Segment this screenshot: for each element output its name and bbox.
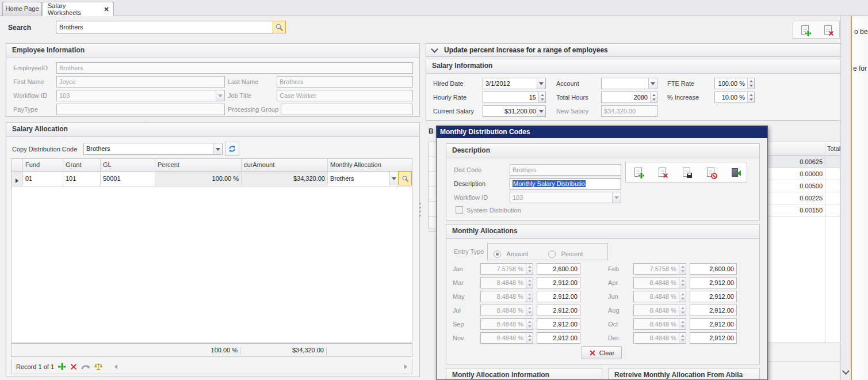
apr-amount-input[interactable]: 2,912.00 — [690, 277, 737, 288]
tab-home-page[interactable]: Home Page — [2, 2, 42, 16]
summary-percent: 100.00 % — [154, 347, 240, 355]
scroll-down-icon[interactable] — [842, 367, 850, 375]
column-header-percent[interactable]: Percent — [155, 159, 242, 172]
table-row[interactable]: 01 101 50001 100.00 % $34,320.00 Brother… — [12, 172, 412, 187]
total-hours-spinner[interactable]: 2080 — [601, 92, 657, 103]
pct-increase-label: % Increase — [667, 94, 699, 101]
chevron-down-icon[interactable] — [431, 45, 438, 53]
delete-worksheet-button[interactable] — [818, 22, 838, 37]
close-exit-button[interactable] — [726, 165, 743, 180]
monthly-allocation-lookup-button[interactable] — [398, 172, 412, 185]
clear-button[interactable]: Clear — [582, 346, 622, 359]
tab-salary-worksheets-label: Salary Worksheets — [48, 2, 99, 16]
search-button[interactable] — [273, 21, 286, 33]
table-row[interactable]: 0.00000 — [768, 168, 840, 180]
column-header-gl[interactable]: GL — [101, 159, 155, 172]
jan-amount-input[interactable]: 2,600.00 — [537, 263, 580, 275]
search-input[interactable]: Brothers — [56, 21, 273, 33]
tab-close-icon[interactable] — [104, 6, 109, 12]
fte-rate-spinner[interactable]: 100.00 % — [714, 78, 755, 89]
cell-gl[interactable]: 50001 — [101, 172, 155, 187]
spinner-arrows-icon[interactable] — [650, 92, 657, 102]
salary-information-title: Salary Information — [426, 59, 840, 74]
current-salary-combo[interactable]: $31,200.00 — [483, 105, 546, 117]
spinner-arrows-icon[interactable] — [538, 92, 545, 102]
column-header-curamount[interactable]: curAmount — [242, 159, 328, 172]
refresh-allocation-button[interactable] — [225, 142, 239, 156]
cancel-edit-button[interactable] — [702, 165, 718, 180]
add-record-button[interactable] — [58, 363, 66, 370]
chevron-down-icon[interactable] — [648, 78, 657, 89]
employee-id-field[interactable]: Brothers — [56, 62, 413, 74]
last-name-field[interactable]: Brothers — [277, 76, 413, 88]
panel-splitter-handle[interactable] — [419, 203, 421, 216]
column-header-fund[interactable]: Fund — [23, 159, 63, 172]
system-distribution-checkbox[interactable] — [456, 206, 463, 214]
oct-amount-input[interactable]: 2,912.00 — [690, 318, 737, 330]
apr-percent-spinner: 8.4848 % — [633, 277, 686, 288]
processing-group-field[interactable] — [281, 104, 413, 115]
description-input[interactable]: Monthly Salary Distributio — [510, 178, 621, 189]
chevron-down-icon[interactable] — [537, 78, 545, 89]
feb-amount-input[interactable]: 2,600.00 — [690, 263, 737, 275]
spinner-arrows-icon[interactable] — [747, 92, 754, 102]
app-window: Home Page Salary Worksheets Search Broth… — [0, 0, 868, 380]
job-title-field[interactable]: Case Worker — [277, 90, 413, 101]
entry-type-amount-radio[interactable]: Amount — [494, 248, 528, 259]
prev-record-arrow[interactable] — [114, 364, 117, 369]
may-amount-input[interactable]: 2,912.00 — [537, 291, 580, 302]
spinner-arrows-icon[interactable] — [747, 78, 754, 89]
aug-amount-input[interactable]: 2,912.00 — [690, 305, 737, 316]
cell-grant[interactable]: 101 — [63, 172, 101, 187]
hourly-rate-spinner[interactable]: 15 — [483, 92, 546, 103]
dialog-title-bar[interactable]: Monthly Distribution Codes — [437, 126, 767, 138]
cell-fund[interactable]: 01 — [23, 172, 63, 187]
monthly-allocation-combo[interactable]: Brothers — [328, 172, 398, 185]
nov-amount-input[interactable]: 2,912.00 — [537, 332, 580, 344]
entry-type-percent-radio[interactable]: Percent — [548, 248, 583, 259]
jun-amount-input[interactable]: 2,912.00 — [690, 291, 737, 302]
dec-amount-input[interactable]: 2,912.00 — [690, 332, 737, 344]
mar-amount-input[interactable]: 2,912.00 — [537, 277, 580, 288]
chevron-down-icon[interactable] — [537, 106, 545, 116]
pay-type-field[interactable] — [56, 104, 225, 115]
chevron-down-icon[interactable] — [216, 90, 224, 101]
pct-increase-spinner[interactable]: 10.00 % — [714, 92, 755, 103]
cell-curamount[interactable]: $34,320.00 — [242, 172, 328, 187]
new-document-icon — [801, 25, 809, 35]
table-row[interactable]: 0.00625 — [768, 156, 840, 168]
next-record-arrow[interactable] — [404, 364, 407, 369]
balance-scales-icon[interactable] — [94, 363, 102, 371]
vertical-scrollbar[interactable] — [840, 16, 851, 380]
cell-percent[interactable]: 100.00 % — [155, 172, 242, 187]
account-combo[interactable] — [601, 78, 657, 89]
workflow-id-combo[interactable]: 103 — [510, 192, 621, 203]
new-record-button[interactable] — [630, 165, 646, 180]
workflow-id-combo[interactable]: 103 — [56, 90, 225, 101]
hidden-grid-footer-band — [768, 343, 840, 380]
update-percent-collapse-header[interactable]: Update percent increase for a range of e… — [426, 43, 841, 57]
chevron-down-icon[interactable] — [389, 172, 398, 185]
chevron-down-icon[interactable] — [213, 143, 222, 154]
delete-record-button[interactable] — [654, 165, 670, 180]
delete-record-button[interactable] — [70, 363, 77, 370]
month-label: Mar — [453, 279, 464, 286]
tab-salary-worksheets[interactable]: Salary Worksheets — [43, 2, 114, 16]
sep-amount-input[interactable]: 2,912.00 — [537, 318, 580, 330]
undo-icon[interactable] — [81, 363, 90, 370]
chevron-down-icon[interactable] — [612, 192, 621, 203]
workflow-id-label: Workflow ID — [13, 92, 47, 99]
cell-monthly-allocation[interactable]: Brothers — [328, 172, 412, 187]
table-row[interactable]: 0.00225 — [768, 192, 840, 204]
first-name-field[interactable]: Joyce — [56, 76, 225, 88]
column-header-grant[interactable]: Grant — [63, 159, 101, 172]
jul-amount-input[interactable]: 2,912.00 — [537, 305, 580, 316]
jun-percent-spinner: 8.4848 % — [633, 291, 686, 302]
save-record-button[interactable] — [678, 165, 694, 180]
table-row[interactable]: 0.00500 — [768, 180, 840, 192]
table-row[interactable]: 0.00150 — [768, 204, 840, 216]
copy-distribution-code-combo[interactable]: Brothers — [83, 143, 223, 155]
hired-date-combo[interactable]: 3/1/2012 — [483, 78, 546, 89]
column-header-monthly-allocation[interactable]: Monthly Allocation — [328, 159, 412, 172]
new-worksheet-button[interactable] — [795, 22, 815, 37]
